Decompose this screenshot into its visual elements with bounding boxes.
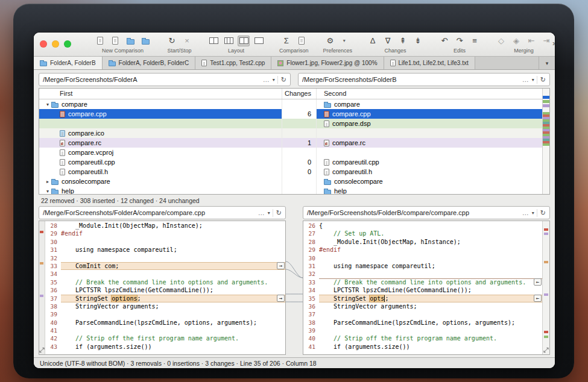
tree-chevron-icon[interactable]: ▾: [44, 102, 51, 107]
close-window-icon[interactable]: [40, 40, 47, 48]
previous-change-icon[interactable]: Δ: [367, 36, 379, 46]
folder-row-consolecompare[interactable]: ▸consolecompareconsolecompare: [39, 177, 549, 186]
folder-row-help[interactable]: ▾helphelp: [39, 186, 549, 195]
chevron-down-icon[interactable]: ▾: [273, 77, 275, 83]
code-line[interactable]: 31 using namespace compareutil;: [45, 246, 285, 254]
minimize-window-icon[interactable]: [52, 40, 59, 48]
code-line[interactable]: 38 ParseCommandLine(lpszCmdLine, options…: [303, 319, 542, 327]
tab-life1-txt-life2-txt-life3-txt[interactable]: Life1.txt, Life2.txt, Life3.txt: [384, 57, 475, 69]
code-line[interactable]: 43 if (arguments.size()): [45, 343, 285, 351]
code-line[interactable]: 33 ComInit com;→: [45, 262, 285, 270]
code-line[interactable]: 32: [303, 270, 542, 278]
undo-icon[interactable]: ↶: [438, 36, 450, 46]
chevron-down-icon[interactable]: ▾: [532, 77, 534, 83]
push-change-right-button[interactable]: →: [277, 262, 285, 269]
folder-row-compare-vcproj[interactable]: compare.vcproj: [39, 148, 549, 157]
code-line[interactable]: 34: [45, 270, 285, 278]
folder-row-compareutil-h[interactable]: compareutil.h0compareutil.h: [39, 167, 549, 177]
code-line[interactable]: 40 // Strip off the first program name a…: [303, 334, 542, 342]
code-line[interactable]: 29#endif: [303, 246, 542, 254]
file-path-left[interactable]: /Merge/ForScreenshots/FolderA/compare/co…: [39, 206, 286, 219]
push-change-right-button[interactable]: →: [277, 295, 285, 302]
code-line[interactable]: 33 // Break the command line into option…: [303, 278, 542, 286]
code-line[interactable]: 29#endif: [45, 230, 285, 237]
new-folder-comparison-icon[interactable]: [124, 36, 136, 46]
start-comparison-icon[interactable]: ↻: [166, 36, 178, 46]
layout-three-pane-icon[interactable]: [223, 36, 235, 46]
column-header-changes[interactable]: Changes: [282, 89, 317, 99]
layout-current-icon[interactable]: [238, 36, 250, 46]
expand-pane-icon[interactable]: [39, 347, 45, 353]
edit-list-icon[interactable]: ≡: [469, 36, 481, 46]
code-line[interactable]: 36 LPCTSTR lpszCmdLine(GetCommandLine())…: [45, 286, 285, 294]
right-pane-diff-map[interactable]: [542, 221, 549, 354]
path-options-button[interactable]: …: [263, 76, 270, 83]
first-change-icon[interactable]: ⇞: [397, 36, 409, 46]
code-line[interactable]: 39: [45, 310, 285, 318]
code-line[interactable]: 34 LPCTSTR lpszCmdLine(GetCommandLine())…: [303, 286, 542, 294]
code-line[interactable]: 32: [45, 254, 285, 262]
code-line[interactable]: 28 _Module.Init(ObjectMap, hInstance);: [45, 222, 285, 230]
code-line[interactable]: 30: [303, 254, 542, 262]
merge-right-icon[interactable]: ⇥: [540, 36, 552, 46]
code-line[interactable]: 30: [45, 238, 285, 246]
code-line[interactable]: 35 StringSet opts;←: [303, 295, 542, 302]
merge-all-icon[interactable]: ◈: [510, 36, 522, 46]
chevron-down-icon[interactable]: ▾: [268, 210, 270, 216]
tab-menu-button[interactable]: ▾: [539, 57, 555, 69]
path-options-button[interactable]: …: [258, 209, 265, 216]
comparison-report-icon[interactable]: [296, 36, 308, 46]
tab-flower1-jpg-flower2-jpg-100[interactable]: Flower1.jpg, Flower2.jpg @ 100%: [271, 57, 384, 69]
chevron-down-icon[interactable]: ▾: [532, 210, 534, 216]
zoom-window-icon[interactable]: [64, 40, 71, 48]
code-line[interactable]: 39: [303, 327, 542, 334]
push-change-left-button[interactable]: ←: [534, 278, 542, 286]
tab-test1-cpp-test2-cpp[interactable]: Test1.cpp, Test2.cpp: [195, 57, 271, 69]
stop-comparison-icon[interactable]: ×: [181, 36, 193, 46]
path-history-icon[interactable]: ↻: [537, 76, 546, 84]
merge-left-icon[interactable]: ⇤: [525, 36, 537, 46]
folder-path-left[interactable]: /Merge/ForScreenshots/FolderA … ▾ ↻: [39, 73, 291, 86]
path-history-icon[interactable]: ↻: [273, 209, 282, 217]
folder-row-compareutil-cpp[interactable]: compareutil.cpp0compareutil.cpp: [39, 157, 549, 167]
merge-diamond-icon[interactable]: ◇: [495, 36, 507, 46]
code-line[interactable]: 31 using namespace compareutil;: [303, 262, 542, 270]
new-image-comparison-icon[interactable]: [109, 36, 121, 46]
code-line[interactable]: 38 StringVector arguments;: [45, 302, 285, 310]
code-line[interactable]: 27 // Set up ATL.: [303, 230, 542, 237]
path-options-button[interactable]: …: [522, 209, 529, 216]
next-change-icon[interactable]: ∇: [382, 36, 394, 46]
code-line[interactable]: 41 if (arguments.size()): [303, 343, 542, 351]
code-line[interactable]: 28 _Module.Init(ObjectMap, hInstance);: [303, 238, 542, 246]
comparison-summary-icon[interactable]: Σ: [280, 36, 292, 46]
column-header-second[interactable]: Second: [317, 89, 549, 99]
code-pane-right[interactable]: 26{27 // Set up ATL.28 _Module.Init(Obje…: [303, 221, 550, 355]
layout-single-pane-icon[interactable]: [253, 36, 265, 46]
code-line[interactable]: 37 StringSet options;→: [45, 295, 285, 302]
tab-foldera-folderb-folderc[interactable]: FolderA, FolderB, FolderC: [103, 57, 196, 69]
folder-row-compare-cpp[interactable]: compare.cpp6compare.cpp: [39, 109, 549, 119]
code-pane-left[interactable]: 28 _Module.Init(ObjectMap, hInstance);29…: [39, 221, 286, 355]
layout-two-pane-icon[interactable]: [207, 36, 220, 46]
code-line[interactable]: 26{: [303, 222, 542, 230]
folder-row-compare-dsp[interactable]: compare.dsp: [39, 119, 549, 128]
tree-chevron-icon[interactable]: ▾: [44, 189, 51, 194]
push-change-left-button[interactable]: ←: [534, 295, 542, 302]
folder-path-right[interactable]: /Merge/ForScreenshots/FolderB … ▾ ↻: [298, 73, 550, 86]
code-line[interactable]: 35 // Break the command line into option…: [45, 278, 285, 286]
code-line[interactable]: 42 // Strip off the first program name a…: [45, 334, 285, 342]
path-history-icon[interactable]: ↻: [277, 76, 286, 84]
folder-row-compare[interactable]: ▾comparecompare: [39, 99, 549, 109]
code-line[interactable]: 36 StringVector arguments;: [303, 302, 542, 310]
new-text-comparison-icon[interactable]: [94, 36, 106, 46]
path-options-button[interactable]: …: [522, 76, 529, 83]
code-line[interactable]: 40 ParseCommandLine(lpszCmdLine, options…: [45, 319, 285, 327]
code-line[interactable]: 41: [45, 327, 285, 334]
left-pane-gutter[interactable]: [39, 221, 45, 354]
expand-pane-icon[interactable]: [543, 347, 549, 353]
folder-diff-map[interactable]: [542, 89, 549, 194]
last-change-icon[interactable]: ⇟: [412, 36, 424, 46]
preferences-gear-icon[interactable]: ⚙: [324, 36, 336, 46]
redo-icon[interactable]: ↷: [454, 36, 466, 46]
file-path-right[interactable]: /Merge/ForScreenshots/FolderB/compare/co…: [303, 206, 550, 219]
